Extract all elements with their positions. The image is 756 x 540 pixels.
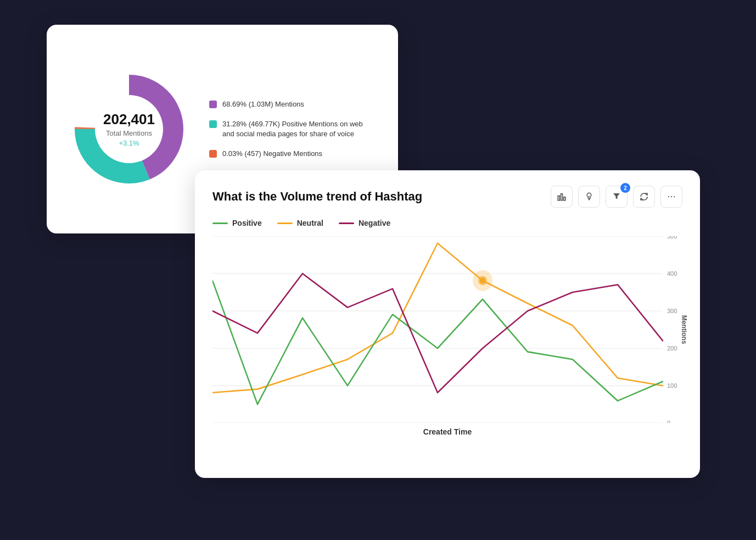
legend-negative: Negative [339, 219, 390, 227]
legend-label-negative: Negative [359, 219, 390, 227]
legend-text-positive: 31.28% (469.77K) Positive Mentions on we… [222, 119, 376, 139]
bar-chart-button[interactable] [551, 186, 573, 208]
svg-text:100: 100 [667, 382, 677, 389]
legend-color-mentions [209, 101, 217, 108]
svg-text:200: 200 [667, 345, 677, 352]
legend-color-positive [209, 120, 217, 128]
svg-text:300: 300 [667, 308, 677, 314]
filter-badge: 2 [620, 183, 630, 193]
more-button[interactable] [660, 186, 682, 208]
legend-line-positive [212, 222, 228, 224]
legend-line-neutral [277, 222, 293, 224]
legend-text-mentions: 68.69% (1.03M) Mentions [222, 99, 304, 109]
chart-area: 500 400 300 200 100 0 6/09 6/10 6/11 6/1… [212, 236, 682, 423]
chart-actions: 2 [551, 186, 682, 208]
svg-point-7 [587, 193, 591, 197]
svg-text:0: 0 [667, 420, 670, 423]
legend-label-positive: Positive [232, 219, 262, 227]
donut-legend: 68.69% (1.03M) Mentions 31.28% (469.77K)… [209, 99, 376, 159]
total-mentions-label: Total Mentions [103, 129, 155, 137]
y-axis-label: Mentions [681, 315, 688, 344]
svg-rect-5 [561, 194, 563, 201]
donut-center: 202,401 Total Mentions +3.1% [103, 111, 155, 147]
total-mentions-value: 202,401 [103, 111, 155, 128]
legend-label-neutral: Neutral [297, 219, 323, 227]
total-mentions-change: +3.1% [103, 139, 155, 147]
legend-color-negative [209, 150, 217, 158]
donut-chart: 202,401 Total Mentions +3.1% [69, 69, 189, 190]
x-axis-title: Created Time [212, 427, 682, 436]
legend-item-negative: 0.03% (457) Negative Mentions [209, 149, 376, 159]
legend-item-mentions: 68.69% (1.03M) Mentions [209, 99, 376, 109]
legend-positive: Positive [212, 219, 262, 227]
filter-button[interactable]: 2 [606, 186, 628, 208]
line-chart-card: What is the Volume trend of Hashtag [195, 170, 700, 478]
svg-text:400: 400 [667, 270, 677, 277]
svg-point-11 [671, 196, 672, 197]
svg-rect-6 [564, 197, 565, 201]
refresh-button[interactable] [633, 186, 655, 208]
idea-button[interactable] [578, 186, 600, 208]
line-chart-svg: 500 400 300 200 100 0 6/09 6/10 6/11 6/1… [212, 236, 682, 423]
chart-title: What is the Volume trend of Hashtag [212, 190, 422, 204]
chart-legend: Positive Neutral Negative [212, 219, 682, 227]
svg-rect-4 [558, 196, 559, 201]
svg-point-12 [674, 196, 675, 197]
tooltip-dot [480, 277, 485, 283]
legend-line-negative [339, 222, 354, 224]
legend-item-positive: 31.28% (469.77K) Positive Mentions on we… [209, 119, 376, 139]
svg-text:500: 500 [667, 236, 677, 240]
legend-text-negative: 0.03% (457) Negative Mentions [222, 149, 322, 159]
svg-point-10 [668, 196, 669, 197]
chart-header: What is the Volume trend of Hashtag [212, 186, 682, 208]
legend-neutral: Neutral [277, 219, 323, 227]
